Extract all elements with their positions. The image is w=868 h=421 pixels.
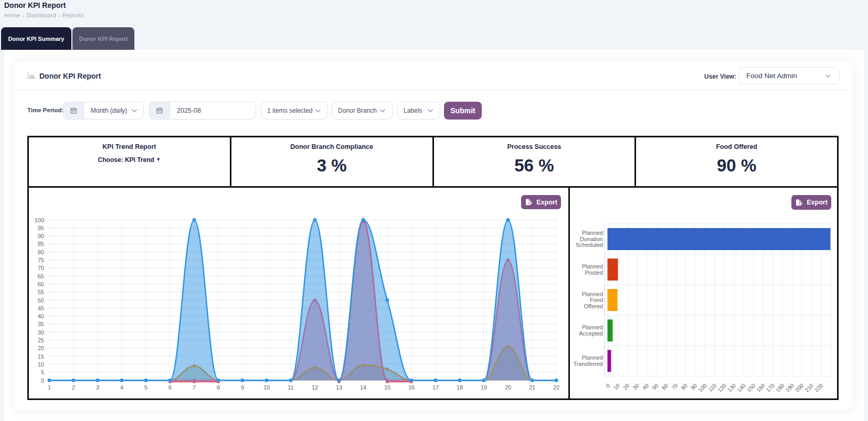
svg-text:Offered: Offered: [584, 303, 604, 309]
svg-text:210: 210: [803, 382, 814, 393]
svg-text:Planned: Planned: [582, 354, 603, 361]
svg-text:20: 20: [622, 382, 631, 391]
svg-text:35: 35: [38, 321, 44, 327]
svg-text:5: 5: [144, 384, 147, 391]
svg-text:140: 140: [736, 382, 747, 393]
svg-text:100: 100: [697, 382, 708, 393]
svg-text:50: 50: [38, 297, 44, 304]
svg-text:17: 17: [432, 384, 439, 391]
svg-text:22: 22: [553, 384, 559, 391]
svg-text:Planned: Planned: [582, 263, 603, 269]
svg-text:20: 20: [505, 384, 511, 391]
svg-text:4: 4: [120, 384, 123, 391]
svg-text:8: 8: [217, 384, 220, 391]
svg-text:19: 19: [481, 384, 487, 391]
svg-text:75: 75: [38, 257, 44, 263]
svg-text:10: 10: [263, 384, 270, 391]
svg-text:80: 80: [38, 249, 44, 255]
svg-text:16: 16: [408, 384, 415, 391]
svg-text:10: 10: [38, 361, 44, 368]
svg-text:130: 130: [726, 382, 737, 393]
svg-text:6: 6: [168, 384, 172, 391]
svg-text:190: 190: [784, 382, 795, 393]
svg-text:15: 15: [38, 353, 44, 360]
svg-text:220: 220: [813, 382, 824, 393]
svg-text:70: 70: [38, 265, 44, 271]
svg-text:10: 10: [612, 382, 621, 391]
svg-text:21: 21: [529, 384, 535, 391]
svg-text:Planned: Planned: [582, 324, 603, 330]
svg-text:Scheduled: Scheduled: [576, 242, 603, 248]
svg-text:25: 25: [38, 337, 44, 343]
svg-text:7: 7: [193, 384, 196, 391]
svg-text:40: 40: [641, 382, 650, 391]
svg-text:95: 95: [38, 225, 44, 231]
svg-text:12: 12: [312, 384, 318, 391]
svg-text:85: 85: [38, 241, 44, 247]
svg-text:30: 30: [631, 382, 640, 391]
svg-text:14: 14: [360, 384, 366, 391]
svg-text:45: 45: [38, 305, 44, 311]
svg-text:0: 0: [41, 377, 44, 384]
svg-text:40: 40: [38, 313, 44, 319]
svg-text:60: 60: [38, 281, 44, 287]
svg-text:15: 15: [384, 384, 390, 391]
svg-text:60: 60: [660, 382, 669, 391]
svg-text:3: 3: [96, 384, 99, 391]
svg-text:13: 13: [336, 384, 342, 391]
svg-text:110: 110: [707, 382, 717, 393]
svg-text:20: 20: [38, 345, 44, 351]
svg-text:Transferred: Transferred: [574, 361, 603, 367]
svg-text:90: 90: [38, 233, 44, 239]
svg-text:65: 65: [38, 273, 44, 279]
svg-text:70: 70: [670, 382, 679, 391]
svg-text:0: 0: [605, 382, 611, 389]
svg-text:1: 1: [48, 384, 51, 391]
svg-text:9: 9: [241, 384, 244, 391]
svg-text:Planned: Planned: [582, 230, 603, 236]
svg-text:30: 30: [38, 329, 44, 336]
svg-text:80: 80: [680, 382, 689, 391]
svg-text:120: 120: [716, 382, 727, 393]
svg-text:18: 18: [457, 384, 463, 391]
svg-text:55: 55: [38, 289, 44, 295]
svg-text:Donation: Donation: [580, 236, 603, 242]
svg-text:90: 90: [690, 382, 698, 391]
svg-text:50: 50: [651, 382, 660, 391]
svg-text:Planned: Planned: [582, 291, 603, 297]
svg-text:2: 2: [72, 384, 75, 391]
svg-text:100: 100: [35, 217, 44, 223]
svg-text:Posted: Posted: [585, 269, 603, 276]
svg-text:11: 11: [288, 384, 293, 391]
svg-text:200: 200: [794, 382, 805, 393]
svg-text:Food: Food: [590, 297, 603, 303]
svg-text:160: 160: [755, 382, 766, 393]
svg-text:150: 150: [745, 382, 756, 393]
svg-text:5: 5: [41, 369, 44, 375]
svg-text:180: 180: [775, 382, 786, 393]
svg-text:Accepted: Accepted: [579, 330, 603, 337]
svg-text:170: 170: [765, 382, 776, 393]
